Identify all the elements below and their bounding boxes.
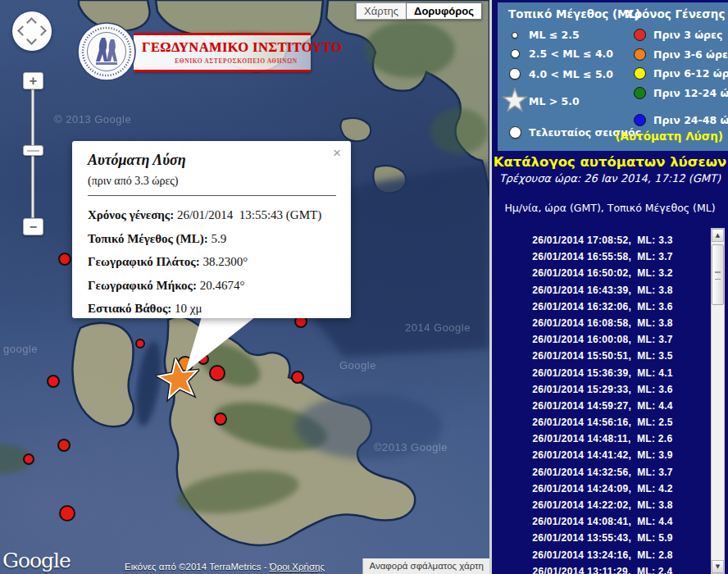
legend-label: ML > 5.0 — [529, 95, 580, 107]
catalog-entry: 26/01/2014 16:32:06, ML: 3.6 — [498, 298, 707, 315]
google-logo: Google — [2, 549, 71, 572]
earthquake-marker[interactable] — [59, 505, 75, 522]
catalog-entry: 26/01/2014 13:55:43, ML: 5.9 — [498, 530, 707, 546]
catalog-entry: 26/01/2014 14:32:56, ML: 3.7 — [498, 464, 707, 481]
close-icon[interactable]: × — [333, 146, 341, 160]
legend-magnitude-item: 2.5 < ML ≤ 4.0 — [501, 44, 622, 63]
map-view-button[interactable]: Χάρτης — [356, 2, 406, 20]
catalog-scrollbar[interactable]: ▲ ▼ — [711, 228, 725, 574]
legend-time-items: Πριν 3 ώρεςΠριν 3-6 ώρεςΠριν 6-12 ώρεςΠρ… — [626, 25, 728, 130]
magnitude-circle-icon — [509, 126, 521, 139]
time-circle-icon — [634, 29, 646, 41]
earthquake-marker[interactable] — [214, 412, 227, 426]
catalog-title: Κατάλογος αυτόματων λύσεων — [492, 154, 728, 170]
legend-magnitude-item: ML > 5.0 — [501, 84, 622, 117]
catalog-entry: 26/01/2014 14:22:02, ML: 3.8 — [498, 497, 707, 513]
catalog-entry: 26/01/2014 14:48:11, ML: 2.6 — [498, 430, 707, 447]
popup-title: Αυτόματη Λύση — [88, 152, 186, 169]
legend-star-icon — [502, 88, 528, 114]
catalog-entry: 26/01/2014 14:56:16, ML: 2.5 — [498, 414, 707, 430]
star-marker[interactable] — [153, 355, 204, 408]
terms-link[interactable]: Όροι Χρήσης — [270, 562, 325, 572]
legend-label: Πριν 12-24 ώρες — [653, 87, 728, 99]
time-circle-icon — [634, 114, 646, 126]
magnitude-circle-icon — [512, 32, 518, 39]
legend-time-item: Πριν 6-12 ώρες — [626, 64, 728, 84]
popup-subtitle: (πριν από 3.3 ώρες) — [88, 175, 179, 188]
legend-label: Πριν 3-6 ώρες — [653, 48, 728, 61]
earthquake-info-popup: Αυτόματη Λύση (πριν από 3.3 ώρες) Χρόνος… — [72, 141, 351, 318]
catalog-entry: 26/01/2014 16:00:08, ML: 3.7 — [498, 331, 707, 348]
current-time: Τρέχουσα ώρα: 26 Ιαν 2014, 17:12 (GMT) — [492, 172, 728, 184]
legend-time-item: Πριν 3-6 ώρες — [626, 45, 728, 65]
legend-magnitude-item: 4.0 < ML ≤ 5.0 — [501, 63, 622, 84]
logo-title: ΓΕΩΔΥΝΑΜΙΚΟ ΙΝΣΤΙΤΟΥΤΟ — [142, 39, 306, 56]
observatory-seal-icon — [76, 21, 137, 82]
legend-time-item: Πριν 24-48 ώρες — [626, 111, 728, 130]
zoom-in-button[interactable]: + — [23, 72, 43, 89]
catalog-columns-header: Ημ/νία, ώρα (GMT), Τοπικό Μέγεθος (ML) — [492, 202, 728, 214]
catalog-entry: 26/01/2014 14:41:42, ML: 3.9 — [498, 447, 707, 463]
legend-label: Πριν 6-12 ώρες — [653, 67, 728, 80]
earthquake-marker[interactable] — [198, 353, 209, 365]
popup-field: Χρόνος γένεσης: 26/01/2014 13:55:43 (GMT… — [88, 203, 343, 227]
popup-divider — [88, 195, 336, 196]
time-circle-icon — [634, 67, 646, 80]
legend-magnitude-title: Τοπικό Μέγεθος (ML) — [508, 7, 640, 20]
satellite-view-button[interactable]: Δορυφόρος — [406, 2, 482, 20]
popup-field: Τοπικό Μέγεθος (ML): 5.9 — [88, 227, 343, 251]
magnitude-circle-icon — [509, 68, 521, 80]
earthquake-marker[interactable] — [209, 365, 225, 381]
scroll-down-icon[interactable]: ▼ — [712, 560, 724, 573]
legend-label: ML ≤ 2.5 — [529, 29, 580, 41]
pan-up-icon[interactable] — [26, 17, 37, 28]
earthquake-marker[interactable] — [57, 439, 71, 452]
legend-label: 4.0 < ML ≤ 5.0 — [529, 68, 613, 80]
popup-field: Γεωγραφικό Μήκος: 20.4674° — [88, 274, 343, 298]
earthquake-marker[interactable] — [23, 453, 34, 465]
earthquake-marker[interactable] — [47, 375, 60, 388]
popup-field: Εστιακό Βάθος: 10 χμ — [88, 297, 343, 321]
catalog-entry: 26/01/2014 13:24:16, ML: 2.8 — [498, 547, 707, 563]
legend-time-item: Πριν 12-24 ώρες — [626, 84, 728, 103]
earthquake-marker[interactable] — [58, 253, 71, 266]
earthquake-marker[interactable] — [291, 371, 304, 384]
catalog-entry: 26/01/2014 16:55:58, ML: 3.7 — [498, 248, 707, 265]
legend-label: Πριν 3 ώρες — [653, 29, 722, 41]
scroll-up-icon[interactable]: ▲ — [712, 229, 724, 242]
side-panel: Τοπικό Μέγεθος (ML) Χρόνος Γένεσης ML ≤ … — [489, 0, 728, 574]
catalog-entry: 26/01/2014 16:08:58, ML: 3.8 — [498, 315, 707, 331]
catalog-entry: 26/01/2014 16:50:02, ML: 3.2 — [498, 265, 707, 281]
magnitude-circle-icon — [511, 49, 520, 58]
zoom-slider-handle[interactable] — [23, 145, 43, 156]
catalog-entry: 26/01/2014 14:08:41, ML: 4.4 — [498, 513, 707, 530]
catalog-entry: 26/01/2014 14:59:27, ML: 4.4 — [498, 398, 707, 414]
catalog-panel: Κατάλογος αυτόματων λύσεων Τρέχουσα ώρα:… — [492, 151, 728, 574]
catalog-list: 26/01/2014 17:08:52, ML: 3.326/01/2014 1… — [498, 228, 707, 574]
legend-time-item: Πριν 3 ώρες — [626, 25, 728, 45]
pan-control[interactable] — [12, 11, 52, 51]
report-map-error-button[interactable]: Αναφορά σφάλματος χάρτη — [362, 558, 489, 574]
pan-down-icon[interactable] — [26, 34, 37, 45]
catalog-entry: 26/01/2014 15:50:51, ML: 3.5 — [498, 348, 707, 364]
map-canvas[interactable]: © 2013 Googlegoogle2014 GoogleGoogle©201… — [0, 0, 489, 574]
legend-label: Πριν 24-48 ώρες — [653, 114, 728, 126]
time-circle-icon — [634, 48, 646, 61]
earthquake-marker[interactable] — [135, 339, 145, 348]
attribution-text: Εικόνες από ©2014 TerraMetrics - — [125, 562, 270, 572]
catalog-entry: 26/01/2014 15:29:33, ML: 3.6 — [498, 381, 707, 398]
institute-logo: ΓΕΩΔΥΝΑΜΙΚΟ ΙΝΣΤΙΤΟΥΤΟ ΕΘΝΙΚΟ ΑΣΤΕΡΟΣΚΟΠ… — [70, 21, 316, 87]
zoom-out-button[interactable]: − — [23, 218, 43, 235]
auto-solution-note: (Αυτόματη Λύση) — [615, 130, 723, 143]
legend-magnitude-items: ML ≤ 2.52.5 < ML ≤ 4.04.0 < ML ≤ 5.0ML >… — [501, 25, 622, 144]
legend-magnitude-item: Τελευταίος σεισμός — [501, 120, 622, 144]
pan-right-icon[interactable] — [36, 25, 47, 36]
scrollbar-thumb[interactable] — [712, 244, 724, 305]
catalog-entry: 26/01/2014 14:24:09, ML: 4.2 — [498, 481, 707, 497]
pan-left-icon[interactable] — [17, 25, 28, 36]
map-type-control: Χάρτης Δορυφόρος — [356, 2, 482, 20]
logo-subtitle: ΕΘΝΙΚΟ ΑΣΤΕΡΟΣΚΟΠΕΙΟ ΑΘΗΝΩΝ — [166, 57, 306, 65]
logo-banner: ΓΕΩΔΥΝΑΜΙΚΟ ΙΝΣΤΙΤΟΥΤΟ ΕΘΝΙΚΟ ΑΣΤΕΡΟΣΚΟΠ… — [134, 33, 311, 72]
legend-label: 2.5 < ML ≤ 4.0 — [529, 48, 613, 60]
legend: Τοπικό Μέγεθος (ML) Χρόνος Γένεσης ML ≤ … — [498, 2, 728, 151]
